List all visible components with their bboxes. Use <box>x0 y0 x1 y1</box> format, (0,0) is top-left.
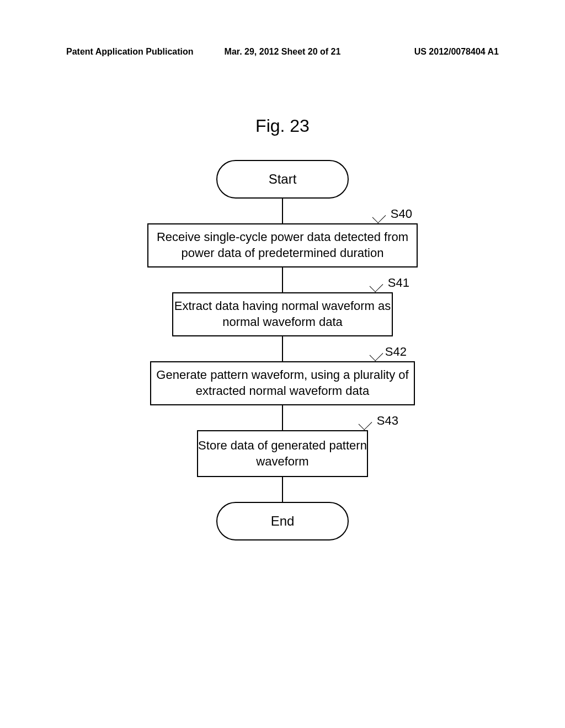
header-date-sheet: Mar. 29, 2012 Sheet 20 of 21 <box>210 47 354 57</box>
step-s41-container: S41 Extract data having normal waveform … <box>172 292 393 336</box>
flowchart-container: Start S40 Receive single-cycle power dat… <box>147 160 418 540</box>
connector <box>282 405 283 430</box>
flowchart-start: Start <box>216 160 349 199</box>
process-s42: Generate pattern waveform, using a plura… <box>150 361 415 405</box>
figure-title: Fig. 23 <box>255 116 310 136</box>
step-label-s40: S40 <box>391 207 412 221</box>
connector <box>282 267 283 292</box>
process-s41: Extract data having normal waveform as n… <box>172 292 393 336</box>
step-tick-icon <box>372 210 386 223</box>
end-label: End <box>271 513 295 529</box>
step-s43-container: S43 Store data of generated pattern wave… <box>197 430 368 477</box>
connector <box>282 199 283 223</box>
step-tick-icon <box>359 416 372 430</box>
process-s43-text: Store data of generated pattern waveform <box>198 438 367 469</box>
step-label-s41: S41 <box>388 276 409 290</box>
step-label-s43: S43 <box>377 414 398 428</box>
header-publication-type: Patent Application Publication <box>66 47 210 57</box>
step-label-s42: S42 <box>385 345 407 359</box>
step-tick-icon <box>370 279 383 292</box>
start-label: Start <box>269 172 297 187</box>
process-s41-text: Extract data having normal waveform as n… <box>173 298 392 330</box>
step-tick-icon <box>370 347 383 361</box>
header-publication-number: US 2012/0078404 A1 <box>355 47 499 57</box>
process-s40-text: Receive single-cycle power data detected… <box>148 229 417 261</box>
step-s42-container: S42 Generate pattern waveform, using a p… <box>150 361 415 405</box>
connector <box>282 336 283 361</box>
process-s43: Store data of generated pattern waveform <box>197 430 368 477</box>
connector <box>282 477 283 502</box>
step-s40-container: S40 Receive single-cycle power data dete… <box>147 223 418 267</box>
page-header: Patent Application Publication Mar. 29, … <box>0 47 565 57</box>
process-s42-text: Generate pattern waveform, using a plura… <box>151 367 414 399</box>
flowchart-end: End <box>216 502 349 540</box>
process-s40: Receive single-cycle power data detected… <box>147 223 418 267</box>
